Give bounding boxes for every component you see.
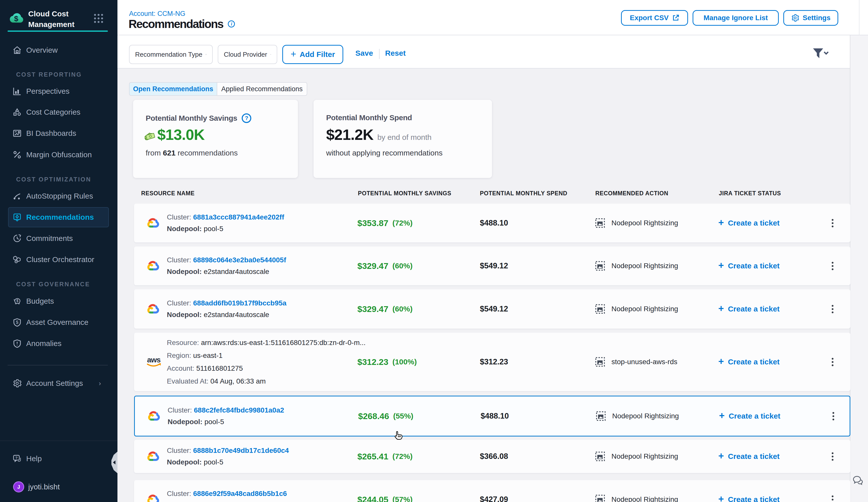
svg-text:?: ? [16, 456, 18, 460]
svg-text:$: $ [17, 299, 18, 303]
svg-text:$: $ [16, 320, 18, 325]
svg-text:$: $ [14, 14, 18, 23]
